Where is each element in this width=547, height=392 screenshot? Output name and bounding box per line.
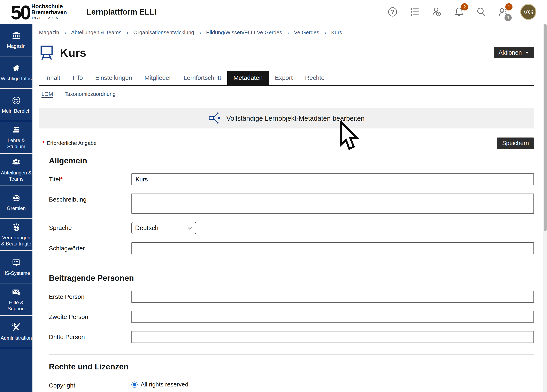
- sidebar-item-vertretungen-beauftragte[interactable]: Vertretungen & Beauftragte: [0, 219, 33, 251]
- main-sidebar: Magazin Wichtige Infos Mein Bereich: [0, 24, 33, 392]
- erste-person-label: Erste Person: [49, 291, 131, 303]
- monitor-icon: [12, 258, 21, 268]
- tools-icon: [12, 323, 21, 333]
- dritte-person-input[interactable]: [131, 331, 534, 343]
- save-row: * Erforderliche Angabe Speichern: [39, 137, 534, 149]
- mail-help-icon: ?: [12, 287, 21, 297]
- section-divider: [49, 354, 534, 355]
- beschreibung-label: Beschreibung: [49, 194, 131, 214]
- main-content: Magazin › Abteilungen & Teams › Organisa…: [33, 24, 543, 392]
- breadcrumb-separator: ›: [287, 30, 289, 36]
- page-title-app: Lernplattform ELLI: [86, 7, 156, 16]
- tab-einstellungen[interactable]: Einstellungen: [89, 71, 138, 85]
- svg-text:?: ?: [18, 292, 20, 295]
- dritte-person-label: Dritte Person: [49, 331, 131, 343]
- tab-metadaten[interactable]: Metadaten: [227, 71, 269, 85]
- chevron-down-icon: [187, 226, 193, 231]
- breadcrumb: Magazin › Abteilungen & Teams › Organisa…: [39, 24, 534, 36]
- tab-mitglieder[interactable]: Mitglieder: [138, 71, 178, 85]
- search-icon[interactable]: [476, 7, 487, 17]
- contacts-badge-bottom: 1: [505, 14, 512, 21]
- required-asterisk: *: [42, 140, 45, 147]
- bank-icon: [12, 31, 21, 41]
- sidebar-item-hs-systeme[interactable]: HS-Systeme: [0, 251, 33, 284]
- chevron-down-icon: ▼: [525, 50, 529, 55]
- sidebar-item-mein-bereich[interactable]: Mein Bereich: [0, 89, 33, 121]
- notifications-bell-icon[interactable]: 2: [454, 7, 465, 17]
- help-icon[interactable]: ?: [387, 7, 398, 17]
- titel-label: Titel*: [49, 173, 131, 185]
- section-heading-rechte: Rechte und Lizenzen: [49, 362, 534, 371]
- titel-input[interactable]: [131, 173, 534, 185]
- section-heading-beitragende: Beitragende Personen: [49, 274, 534, 283]
- form-row-titel: Titel*: [49, 173, 534, 185]
- banner-label: Vollständige Lernobjekt-Metadaten bearbe…: [226, 115, 364, 122]
- breadcrumb-ve-gerdes[interactable]: Ve Gerdes: [294, 29, 319, 36]
- header-toolbar: ?: [387, 4, 536, 20]
- form-row-zweite-person: Zweite Person: [49, 311, 534, 323]
- breadcrumb-separator: ›: [324, 30, 326, 36]
- sidebar-item-hilfe-support[interactable]: ? Hilfe & Support: [0, 284, 33, 316]
- beschreibung-textarea[interactable]: [131, 194, 534, 214]
- page-title-row: Kurs Aktionen ▼: [39, 45, 534, 60]
- sprache-select[interactable]: Deutsch: [131, 222, 196, 234]
- zweite-person-input[interactable]: [131, 311, 534, 323]
- tab-rechte[interactable]: Rechte: [299, 71, 331, 85]
- form-row-beschreibung: Beschreibung: [49, 194, 534, 214]
- avatar[interactable]: VG: [520, 4, 536, 20]
- save-button[interactable]: Speichern: [497, 137, 534, 149]
- sprache-label: Sprache: [49, 222, 131, 234]
- subtab-lom[interactable]: LOM: [41, 91, 53, 97]
- logo-text: Hochschule Bremerhaven 1975 – 2025: [31, 3, 67, 20]
- schlagwoerter-input[interactable]: [131, 242, 534, 254]
- breadcrumb-abteilungen-teams[interactable]: Abteilungen & Teams: [71, 29, 121, 36]
- list-menu-icon[interactable]: [410, 7, 420, 17]
- form-row-schlagwoerter: Schlagwörter: [49, 242, 534, 254]
- logo-50: 50: [11, 5, 30, 20]
- sidebar-item-abteilungen-teams[interactable]: Abteilungen & Teams: [0, 154, 33, 186]
- sidebar-item-magazin[interactable]: Magazin: [0, 24, 33, 56]
- globe-people-icon: [12, 222, 21, 233]
- breadcrumb-separator: ›: [199, 30, 201, 36]
- tab-inhalt[interactable]: Inhalt: [39, 71, 66, 85]
- edit-full-metadata-banner[interactable]: Vollständige Lernobjekt-Metadaten bearbe…: [39, 108, 534, 128]
- sidebar-item-administration[interactable]: Administration: [0, 316, 33, 348]
- copyright-label: Copyright: [49, 379, 131, 389]
- hochschule-bremerhaven-logo[interactable]: 50 Hochschule Bremerhaven 1975 – 2025: [11, 3, 67, 20]
- tab-lernfortschritt[interactable]: Lernfortschritt: [178, 71, 227, 85]
- schlagwoerter-label: Schlagwörter: [49, 242, 131, 254]
- contacts-icon[interactable]: 1 1: [498, 7, 509, 17]
- section-heading-allgemein: Allgemein: [49, 156, 534, 165]
- form-row-dritte-person: Dritte Person: [49, 331, 534, 343]
- sidebar-item-lehre-studium[interactable]: Lehre & Studium: [0, 121, 33, 154]
- sidebar-item-gremien[interactable]: Gremien: [0, 186, 33, 219]
- scrollbar-thumb[interactable]: [544, 24, 547, 231]
- vertical-scrollbar[interactable]: [543, 24, 547, 392]
- copyright-radio[interactable]: [131, 382, 137, 388]
- breadcrumb-magazin[interactable]: Magazin: [39, 29, 59, 36]
- copyright-option: All rights reserved: [131, 379, 534, 388]
- breadcrumb-kurs[interactable]: Kurs: [331, 29, 342, 36]
- actions-button[interactable]: Aktionen ▼: [494, 47, 534, 58]
- erste-person-input[interactable]: [131, 291, 534, 303]
- form-row-erste-person: Erste Person: [49, 291, 534, 303]
- tab-export[interactable]: Export: [269, 71, 299, 85]
- books-icon: [12, 125, 21, 135]
- required-hint: Erforderliche Angabe: [47, 140, 96, 146]
- breadcrumb-organisationsentwicklung[interactable]: Organisationsentwicklung: [133, 29, 194, 36]
- people-group-icon: [12, 157, 21, 168]
- tab-info[interactable]: Info: [66, 71, 89, 85]
- breadcrumb-bildung-wissen[interactable]: Bildung/Wissen/ELLI Ve Gerdes: [206, 29, 282, 36]
- subtab-taxonomiezuordnung[interactable]: Taxonomiezuordnung: [64, 91, 116, 97]
- form-row-copyright: Copyright All rights reserved: [49, 379, 534, 389]
- sidebar-item-wichtige-infos[interactable]: Wichtige Infos: [0, 56, 33, 89]
- top-header: 50 Hochschule Bremerhaven 1975 – 2025 Le…: [0, 0, 547, 24]
- megaphone-icon: [12, 63, 21, 74]
- smiley-icon: [12, 96, 21, 106]
- metadata-hub-icon: [208, 112, 221, 125]
- subtab-bar: LOM Taxonomiezuordnung: [39, 86, 534, 101]
- course-easel-icon: [39, 45, 54, 60]
- notifications-badge: 2: [461, 3, 468, 10]
- page-title: Kurs: [60, 46, 86, 59]
- user-status-icon[interactable]: [432, 7, 442, 17]
